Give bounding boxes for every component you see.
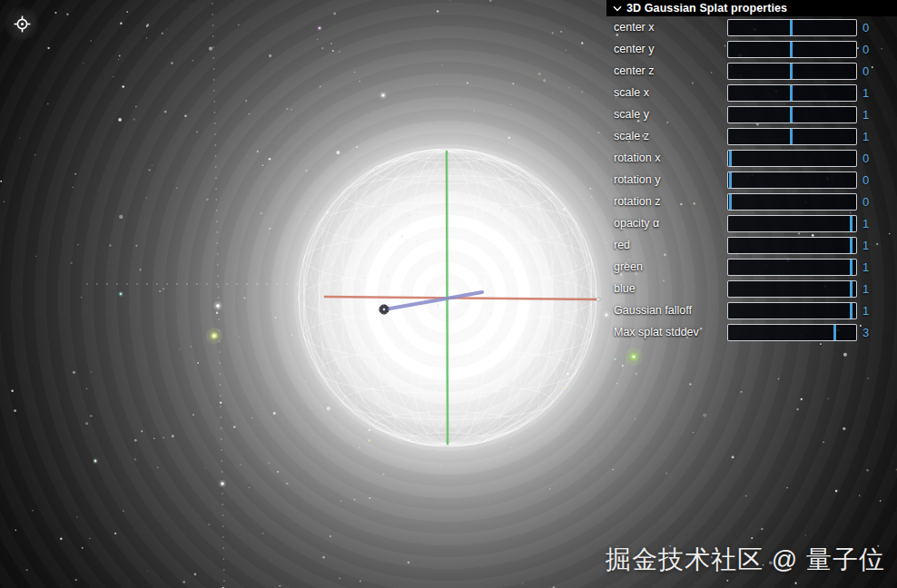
property-label: green [614,260,727,273]
property-slider[interactable] [727,237,857,254]
slider-thumb[interactable] [729,151,732,166]
property-row: rotation x 0 [606,147,897,169]
watermark: 掘金技术社区 @ 量子位 [606,543,885,577]
gaussian-splat-properties-panel: 3D Gaussian Splat properties center x 0 … [606,0,897,343]
property-value: 1 [862,260,897,274]
property-label: scale x [614,86,727,99]
chevron-down-icon [613,5,622,12]
slider-thumb[interactable] [790,129,793,144]
property-label: rotation z [614,195,727,208]
property-slider[interactable] [727,215,857,232]
recenter-button[interactable] [5,6,39,41]
property-slider[interactable] [727,84,857,102]
property-slider[interactable] [727,302,857,319]
property-slider[interactable] [727,63,857,80]
property-value: 1 [862,304,897,318]
property-value: 1 [862,108,897,122]
property-row: scale x 1 [606,82,897,103]
property-row: scale z 1 [606,125,897,147]
slider-thumb[interactable] [833,325,836,340]
slider-thumb[interactable] [850,216,853,231]
property-slider[interactable] [727,193,857,211]
property-slider[interactable] [727,19,857,36]
property-slider[interactable] [727,150,857,167]
property-value: 1 [862,282,897,296]
property-value: 0 [862,195,897,209]
property-label: blue [614,282,727,295]
property-label: scale z [614,130,727,142]
property-value: 1 [862,239,897,252]
property-row: center z 0 [606,60,897,82]
property-label: opacity α [614,217,727,230]
slider-thumb[interactable] [729,172,732,188]
property-row: scale y 1 [606,103,897,125]
property-value: 3 [862,326,897,339]
property-label: center x [614,21,727,34]
property-label: Gaussian falloff [614,304,727,317]
property-row: Max splat stddev 3 [606,321,897,343]
property-value: 0 [862,21,897,34]
property-row: opacity α 1 [606,212,897,234]
property-label: center z [614,64,727,77]
property-value: 0 [862,43,897,56]
property-label: rotation x [614,152,727,164]
slider-thumb[interactable] [790,20,793,35]
crosshair-icon [13,15,32,34]
slider-thumb[interactable] [790,85,793,101]
property-value: 1 [862,217,897,230]
panel-title: 3D Gaussian Splat properties [626,2,787,15]
panel-header[interactable]: 3D Gaussian Splat properties [606,0,897,16]
property-value: 0 [862,152,897,165]
property-row: rotation y 0 [606,169,897,191]
slider-thumb[interactable] [729,194,732,210]
property-label: Max splat stddev [614,326,727,338]
property-row: red 1 [606,234,897,256]
slider-thumb[interactable] [850,303,853,318]
slider-thumb[interactable] [790,107,793,122]
property-row: Gaussian falloff 1 [606,299,897,321]
property-slider[interactable] [727,259,857,276]
property-row: blue 1 [606,278,897,299]
property-slider[interactable] [727,128,857,145]
slider-thumb[interactable] [790,42,793,57]
property-label: red [614,239,727,251]
property-row: center y 0 [606,38,897,60]
property-slider[interactable] [727,41,857,58]
property-label: center y [614,43,727,55]
property-row: center x 0 [606,16,897,38]
property-value: 1 [862,130,897,143]
property-value: 1 [862,86,897,100]
property-label: rotation y [614,173,727,186]
property-slider[interactable] [727,172,857,189]
slider-thumb[interactable] [850,260,853,275]
property-value: 0 [862,64,897,78]
property-label: scale y [614,108,727,121]
property-rows: center x 0 center y 0 center z 0 scale x… [606,16,897,343]
property-row: green 1 [606,256,897,278]
property-slider[interactable] [727,324,857,341]
slider-thumb[interactable] [790,64,793,79]
slider-thumb[interactable] [850,238,853,253]
property-slider[interactable] [727,280,857,298]
property-slider[interactable] [727,106,857,123]
property-value: 0 [862,173,897,187]
slider-thumb[interactable] [850,281,853,297]
property-row: rotation z 0 [606,191,897,212]
